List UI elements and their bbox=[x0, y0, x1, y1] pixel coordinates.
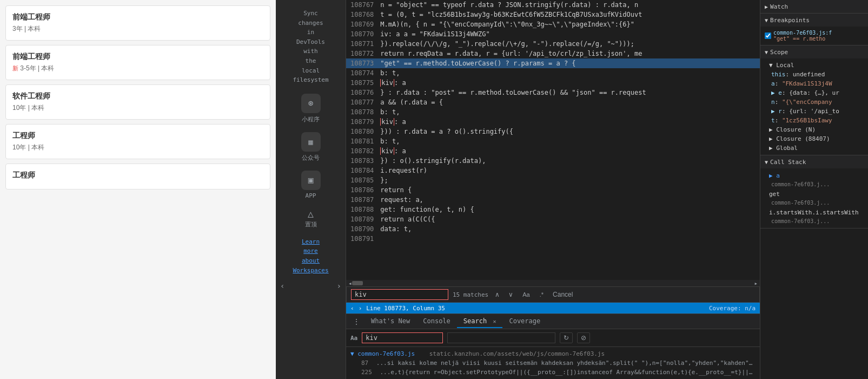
tab-console[interactable]: Console bbox=[416, 315, 457, 328]
code-line[interactable]: 108779 kiv: a bbox=[346, 117, 760, 127]
list-item[interactable]: 工程师 10年 | 本科 bbox=[5, 124, 270, 159]
call-stack-item-a[interactable]: ▶ a bbox=[765, 171, 864, 181]
left-panel: 前端工程师 3年 | 本科 前端工程师 新 3-5年 | 本科 软件工程师 10… bbox=[0, 0, 276, 379]
code-line[interactable]: 108776} : r.data : "post" == r.method.to… bbox=[346, 88, 760, 97]
search-result-file[interactable]: ▼ common-7e6f03.js static.kanzhun.com/as… bbox=[350, 349, 756, 358]
code-line[interactable]: 108780})) : r.data = a ? o().stringify({ bbox=[346, 127, 760, 136]
code-line[interactable]: 108781 b: t, bbox=[346, 136, 760, 146]
line-content: }).replace(/\/\/g, "_").replace(/\+/g, "… bbox=[378, 40, 760, 48]
search-result-line-225[interactable]: 225 ...e,t){return r=Object.setPrototype… bbox=[350, 368, 756, 377]
mini-program-item[interactable]: ⊛ 小程序 bbox=[276, 89, 346, 128]
list-item[interactable]: 软件工程师 10年 | 本科 bbox=[5, 84, 270, 120]
code-line[interactable]: 108773 "get" == r.method.toLowerCase() ?… bbox=[346, 58, 760, 68]
search-result-line-87[interactable]: 87 ...si kaksi kolme neljä viisi kuusi s… bbox=[350, 358, 756, 368]
breakpoint-condition: "get" == r.metho bbox=[773, 36, 832, 42]
app-item[interactable]: ▣ APP bbox=[276, 166, 346, 204]
code-line[interactable]: 108784i.request(r) bbox=[346, 166, 760, 175]
match-case-button[interactable]: Aa bbox=[520, 290, 532, 299]
line-number: 108782 bbox=[346, 147, 378, 155]
public-account-item[interactable]: ▦ 公众号 bbox=[276, 128, 346, 166]
line-content: kiv: a bbox=[378, 79, 760, 87]
pin-icon: △ bbox=[308, 208, 314, 219]
line-content: return a(C(C({ bbox=[378, 215, 760, 223]
editor-search-input[interactable] bbox=[351, 289, 448, 300]
scope-header[interactable]: ▼ Scope bbox=[760, 45, 868, 58]
code-line[interactable]: 108768t = (0, t = "lсz56B1bsIawy3g-b63Kz… bbox=[346, 10, 760, 19]
code-line[interactable]: 108785}; bbox=[346, 175, 760, 185]
call-stack-item-get[interactable]: get bbox=[765, 189, 864, 199]
learn-more-link[interactable]: Learn more about Workspaces bbox=[288, 233, 333, 279]
code-line[interactable]: 108777a && (r.data = { bbox=[346, 97, 760, 107]
job-title: 前端工程师 bbox=[12, 12, 263, 22]
list-item[interactable]: 工程师 bbox=[5, 164, 270, 190]
search-next-button[interactable]: ∨ bbox=[506, 290, 515, 299]
scope-item-r[interactable]: ▶ r: {url: '/api_to bbox=[771, 107, 864, 116]
call-stack-sub-a: common-7e6f03.j... bbox=[765, 181, 864, 189]
clear-button[interactable]: ⊘ bbox=[577, 332, 590, 343]
job-title: 工程师 bbox=[12, 131, 263, 141]
scroll-right-arrow[interactable]: ▸ bbox=[754, 280, 758, 287]
bottom-search-input[interactable] bbox=[362, 332, 443, 343]
closure-n-header[interactable]: ▶ Closure (N) bbox=[765, 125, 864, 134]
bottom-search-bar: Aa ↻ ⊘ bbox=[346, 329, 760, 347]
scrollbar-area[interactable]: ◂ ▸ bbox=[346, 280, 760, 286]
code-line[interactable]: 108771}).replace(/\/\/g, "_").replace(/\… bbox=[346, 39, 760, 49]
nav-prev-arrow[interactable]: ‹ bbox=[280, 282, 284, 290]
scope-item-n: n: "{\"encCompany bbox=[771, 97, 864, 107]
watch-header[interactable]: ▶ Watch bbox=[760, 0, 868, 13]
scope-item-e[interactable]: ▶ e: {data: {…}, ur bbox=[771, 88, 864, 97]
code-line[interactable]: 108783}) : o().stringify(r.data), bbox=[346, 156, 760, 166]
tab-whats-new[interactable]: What's New bbox=[365, 315, 416, 328]
search-cancel-button[interactable]: Cancel bbox=[551, 290, 575, 299]
refresh-button[interactable]: ↻ bbox=[560, 332, 573, 343]
code-line[interactable]: 108774 b: t, bbox=[346, 68, 760, 78]
bottom-search-filter[interactable] bbox=[447, 332, 555, 343]
job-info: 10年 | 本科 bbox=[12, 103, 263, 113]
search-prev-button[interactable]: ∧ bbox=[493, 290, 502, 299]
line-num-225: 225 bbox=[361, 369, 372, 376]
global-scope-header[interactable]: ▶ Global bbox=[765, 143, 864, 153]
list-item[interactable]: 前端工程师 新 3-5年 | 本科 bbox=[5, 45, 270, 80]
code-line[interactable]: 108790 data: t, bbox=[346, 224, 760, 234]
breakpoint-text: common-7e6f03.js:f "get" == r.metho bbox=[773, 30, 832, 42]
regex-button[interactable]: .* bbox=[537, 290, 546, 299]
scroll-left-arrow[interactable]: ◂ bbox=[348, 280, 352, 287]
breakpoint-checkbox[interactable] bbox=[765, 32, 771, 39]
tab-coverage[interactable]: Coverage bbox=[502, 315, 547, 328]
code-line[interactable]: 108787 request: a, bbox=[346, 195, 760, 205]
code-line[interactable]: 108772return r.reqData = r.data, r = {ur… bbox=[346, 49, 760, 58]
code-line[interactable]: 108775 kiv: a bbox=[346, 78, 760, 88]
code-line[interactable]: 108789 return a(C(C({ bbox=[346, 214, 760, 224]
workspaces-panel: Sync changes in DevTools with the local … bbox=[276, 0, 346, 379]
menu-dots-icon[interactable]: ⋮ bbox=[348, 317, 365, 326]
nav-next-icon[interactable]: › bbox=[359, 305, 362, 312]
watch-section: ▶ Watch bbox=[760, 0, 868, 14]
code-line[interactable]: 108778 b: t, bbox=[346, 107, 760, 117]
pin-label: 置顶 bbox=[305, 220, 317, 228]
coverage-status: Coverage: n/a bbox=[709, 305, 756, 312]
code-line[interactable]: 108788 get: function(e, t, n) { bbox=[346, 205, 760, 214]
code-line[interactable]: 108782 kiv: a bbox=[346, 146, 760, 156]
code-line[interactable]: 108770 iv: a a = "FKdawi1S13j4WWZG" bbox=[346, 29, 760, 39]
sidebar-scroll: ▶ Watch ▼ Breakpoints common-7e6f bbox=[760, 0, 868, 379]
code-line[interactable]: 108791 bbox=[346, 234, 760, 244]
breakpoints-header[interactable]: ▼ Breakpoints bbox=[760, 14, 868, 27]
tab-search-close[interactable]: ✕ bbox=[493, 318, 496, 324]
call-stack-item-istartswith[interactable]: i.startsWith.i.startsWith bbox=[765, 207, 864, 218]
tab-search[interactable]: Search ✕ bbox=[457, 315, 503, 328]
code-container: 108767n = "object" == typeof r.data ? JS… bbox=[346, 0, 760, 313]
nav-next-arrow[interactable]: › bbox=[337, 282, 341, 290]
code-line[interactable]: 108769M.mA)(n, { n = "{\"encCompanyId\":… bbox=[346, 19, 760, 29]
line-content: get: function(e, t, n) { bbox=[378, 206, 760, 213]
line-number: 108783 bbox=[346, 157, 378, 165]
nav-prev-icon[interactable]: ‹ bbox=[350, 305, 354, 312]
call-stack-header[interactable]: ▼ Call Stack bbox=[760, 155, 868, 168]
line-number: 108789 bbox=[346, 215, 378, 223]
list-item[interactable]: 前端工程师 3年 | 本科 bbox=[5, 5, 270, 41]
code-line[interactable]: 108767n = "object" == typeof r.data ? JS… bbox=[346, 0, 760, 10]
pin-item[interactable]: △ 置顶 bbox=[276, 204, 346, 233]
code-line[interactable]: 108786return { bbox=[346, 185, 760, 195]
horizontal-scrollbar[interactable] bbox=[352, 281, 363, 285]
closure-88407-header[interactable]: ▶ Closure (88407) bbox=[765, 134, 864, 143]
local-scope-header[interactable]: ▼ Local bbox=[765, 61, 864, 70]
